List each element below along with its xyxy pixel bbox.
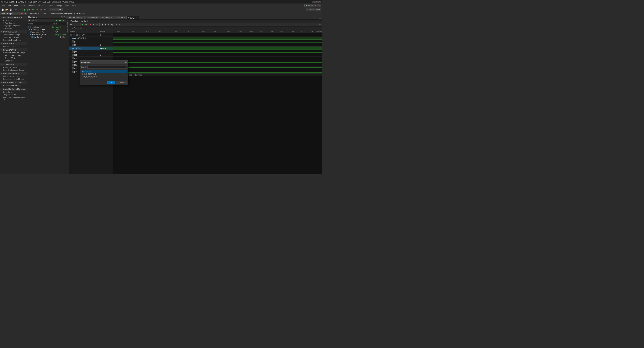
wf-cursor-prev-btn[interactable]: ⬅ (115, 23, 118, 26)
signal-25[interactable]: ⬛ [25] (69, 50, 99, 53)
probe-sys-rst[interactable]: sys_rst_n_IBUF (81, 75, 127, 78)
run-impl-btn[interactable]: ▶▶ (27, 8, 31, 11)
tab-overflow-btn[interactable]: ? (314, 17, 316, 19)
project-manager-header[interactable]: ▼ PROJECT MANAGER (0, 16, 27, 19)
menu-file[interactable]: File (1, 4, 6, 7)
nav-generate-block-design[interactable]: Generate Block Design (0, 39, 27, 41)
signal-23[interactable]: ⬛ [23] (69, 57, 99, 60)
dashboard-btn[interactable]: Dashboard ▾ (49, 8, 63, 11)
open-btn[interactable]: 📂 (5, 8, 8, 11)
tab-project-summary[interactable]: Project Summary (66, 16, 84, 19)
tab-led-close[interactable]: ✕ (97, 17, 98, 18)
tab-ila-veo[interactable]: ila_0.veo ✕ (114, 16, 126, 19)
tree-arm-dap[interactable]: ⬡ arm_dap_0 (1) N/A (27, 31, 66, 33)
dialog-ok-btn[interactable]: OK (107, 81, 115, 84)
dialog-close-btn[interactable]: ✕ (125, 61, 127, 63)
wf-settings-btn[interactable]: ⚙ (318, 23, 321, 26)
wf-zoom-in-btn[interactable]: + (73, 23, 76, 26)
wf-run-btn[interactable]: ▶ (96, 23, 99, 26)
tree-localhost[interactable]: ▶ 🖥 localhost (1) Connected (27, 26, 66, 28)
wf-repeat-btn[interactable]: ⟳ (84, 23, 88, 26)
nav-report-drc[interactable]: Report DRC (0, 57, 27, 59)
probe-led-obuf[interactable]: led_OBUF[1:0] (81, 73, 127, 75)
undo-btn[interactable]: ↩ (14, 8, 18, 11)
simulation-header[interactable]: ▼ SIMULATION (0, 42, 27, 45)
flow-nav-close[interactable]: ✕ (25, 12, 26, 15)
wf-search-btn[interactable]: 🔍 (70, 23, 73, 26)
menu-reports[interactable]: Reports (27, 4, 36, 7)
nav-program-device[interactable]: Program Device (0, 93, 27, 96)
tab-hw-ila-close[interactable]: ✕ (136, 17, 138, 18)
run-synth-btn[interactable]: ▶ (23, 8, 27, 11)
nav-open-synthesized-design[interactable]: Open Synthesized Design (0, 69, 27, 71)
tab-ip-catalog[interactable]: IP Catalog ✕ (100, 16, 114, 19)
stop-btn[interactable]: ■ (35, 8, 39, 11)
nav-create-block-design[interactable]: Create Block Design (0, 33, 27, 36)
wf-first-btn[interactable]: |◀ (100, 23, 103, 26)
nav-settings[interactable]: ⚙ Settings (0, 19, 27, 21)
rtl-analysis-header[interactable]: ▼ RTL ANALYSIS (0, 48, 27, 51)
tab-ila-veo-close[interactable]: ✕ (124, 17, 125, 18)
hw-settings-btn[interactable]: ⚙ (35, 19, 38, 22)
settings-btn[interactable]: ⚙ (43, 8, 47, 11)
redo-btn[interactable]: ↪ (18, 8, 22, 11)
wf-cursor-next-btn[interactable]: ➡ (118, 23, 121, 26)
flow-nav-pin[interactable]: 📌 (20, 12, 23, 15)
program-debug-header[interactable]: ▼ PROGRAM AND DEBUG (0, 81, 27, 84)
hw-stop-btn[interactable]: ■ (62, 19, 65, 22)
hw-header-help[interactable]: ? (318, 12, 318, 15)
program-btn[interactable]: ⚡ (39, 8, 43, 11)
menu-flow[interactable]: Flow (13, 4, 20, 7)
wf-prev-btn[interactable]: ◀ (104, 23, 106, 26)
add-probes-dialog[interactable]: Add Probes ✕ Search: cnt[25:0] led_OBUF[… (80, 60, 128, 85)
synthesis-header[interactable]: ▼ SYNTHESIS (0, 63, 27, 66)
nav-schematic[interactable]: Schematic (0, 59, 27, 62)
tree-xilinx-tcf[interactable]: ▶ ⚡ xilinx_tcf/Dige... Open (27, 28, 66, 31)
layout-selector[interactable]: ⊞ Default Layout (306, 8, 322, 11)
close-button[interactable]: ✕ (318, 1, 321, 3)
wf-play-btn[interactable]: ▶ (81, 23, 84, 26)
menu-view[interactable]: View (64, 4, 70, 7)
save-btn[interactable]: 💾 (9, 8, 12, 11)
maximize-button[interactable]: □ (315, 1, 318, 3)
new-btn[interactable]: 📄 (1, 8, 4, 11)
menu-help[interactable]: Help (70, 4, 77, 7)
nav-add-sources[interactable]: + Add Sources (0, 21, 27, 24)
tree-xc7z020[interactable]: ▶ ▣ xc7z020_1 (1) Programmed (27, 33, 66, 36)
signal-24[interactable]: ⬛ [24] (69, 53, 99, 57)
dialog-cancel-btn[interactable]: Cancel (116, 81, 127, 84)
search-box[interactable]: 🔍 Q Quick Access (304, 4, 321, 7)
wf-stop-btn[interactable]: ■ (89, 23, 92, 26)
hw-run-btn[interactable]: ▶ (55, 19, 58, 22)
waveform-graph-col[interactable]: 200 400 600 800 1,000 1,200 1,400 1,600 (113, 30, 322, 174)
menu-design[interactable]: Design (55, 4, 63, 7)
hw-panel-close[interactable]: ✕ (63, 16, 65, 18)
menu-tools[interactable]: Tools (20, 4, 27, 7)
signal-led-0[interactable]: ⬛ [0] (69, 43, 99, 46)
ip-integrator-header[interactable]: ▼ IP INTEGRATOR (0, 30, 27, 33)
probe-cnt[interactable]: cnt[25:0] (81, 70, 127, 73)
minimize-button[interactable]: ─ (312, 1, 314, 3)
nav-open-implemented-design[interactable]: Open Implemented Design (0, 78, 27, 80)
tab-hw-ila-1[interactable]: hw_ila_1 ✕ (127, 16, 139, 19)
hw-header-close[interactable]: ✕ (319, 12, 321, 15)
implementation-header[interactable]: ▼ IMPLEMENTATION (0, 72, 27, 75)
nav-run-implementation[interactable]: Run Implementation (0, 75, 27, 78)
nav-generate-bitstream[interactable]: ▶ Generate Bitstream (0, 84, 27, 87)
generate-btn[interactable]: ⚙ (31, 8, 35, 11)
wf-last-btn[interactable]: ▶| (110, 23, 113, 26)
flow-nav-help[interactable]: ? (23, 12, 24, 15)
hw-panel-help[interactable]: ? (61, 16, 62, 18)
tab-restore-btn[interactable]: □ (316, 17, 318, 19)
hw-panel-restore[interactable]: □ (62, 16, 63, 18)
signal-led-1[interactable]: ⬛ [1] (69, 40, 99, 43)
tab-close-all[interactable]: ✕ (319, 17, 321, 19)
tab-ip-close[interactable]: ✕ (111, 17, 112, 18)
menu-edit[interactable]: Edit (7, 4, 12, 7)
nav-ip-catalog[interactable]: IP Catalog (0, 27, 27, 30)
menu-layout[interactable]: Layout (46, 4, 54, 7)
nav-run-simulation[interactable]: Run Simulation (0, 45, 27, 48)
hw-run-all-btn[interactable]: ▶▶ (59, 19, 62, 22)
hw-search-btn[interactable]: 🔍 (28, 19, 31, 22)
nav-language-templates[interactable]: Language Templates (0, 24, 27, 27)
